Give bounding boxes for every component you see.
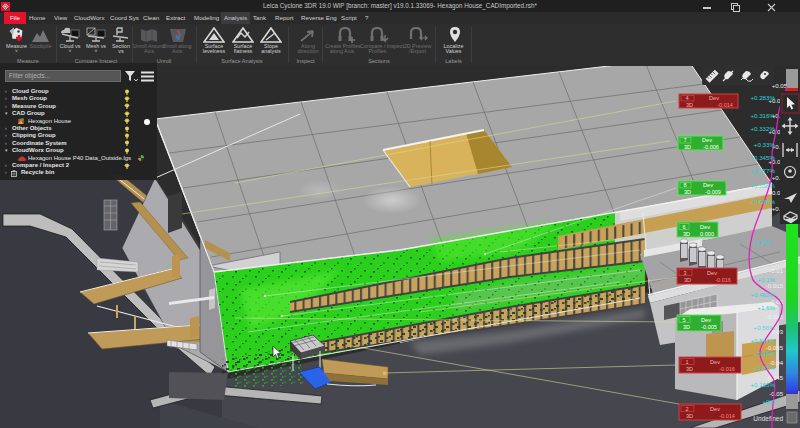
svg-text:+0.377%: +0.377% (750, 167, 775, 174)
svg-text:+0.345%: +0.345% (750, 154, 775, 161)
svg-text:+1.6%: +1.6% (757, 304, 775, 311)
svg-text:+0.618%: +0.618% (750, 198, 775, 205)
svg-text:+0.332%: +0.332% (750, 125, 775, 132)
svg-text:3D: 3D (683, 324, 690, 330)
svg-text:-0.01: -0.01 (769, 268, 783, 274)
svg-text:Dev: Dev (703, 182, 713, 188)
svg-text:3D: 3D (686, 413, 693, 419)
svg-text:Dev: Dev (710, 359, 720, 365)
svg-text:+0.536%: +0.536% (750, 182, 775, 189)
svg-text:3D: 3D (684, 144, 691, 150)
svg-text:3D: 3D (684, 189, 691, 195)
svg-text:+0.37%: +0.37% (754, 364, 776, 371)
svg-text:-0.006: -0.006 (703, 144, 719, 150)
svg-text:Dev: Dev (710, 406, 720, 412)
svg-text:5: 5 (682, 317, 685, 323)
svg-text:+0.46%: +0.46% (754, 350, 776, 357)
svg-text:+0.462%: +0.462% (750, 291, 775, 298)
svg-text:7: 7 (683, 137, 686, 143)
svg-text:3: 3 (683, 270, 686, 276)
svg-text:+0.33%: +0.33% (754, 141, 776, 148)
svg-text:-0.016: -0.016 (719, 366, 735, 372)
svg-text:1: 1 (685, 359, 688, 365)
svg-text:-0.015: -0.015 (766, 283, 784, 289)
svg-text:+0.316%: +0.316% (750, 112, 775, 119)
svg-text:Dev: Dev (702, 137, 712, 143)
svg-text:-0.05: -0.05 (769, 391, 783, 397)
svg-text:8: 8 (683, 182, 686, 188)
svg-text:+0.283%: +0.283% (750, 94, 775, 101)
svg-text:+0.56%: +0.56% (754, 324, 776, 331)
svg-text:+0.2%: +0.2% (753, 239, 771, 246)
svg-text:3D: 3D (683, 231, 690, 237)
svg-text:3D: 3D (686, 366, 693, 372)
svg-text:4: 4 (685, 95, 688, 101)
svg-text:+0.165%: +0.165% (750, 381, 775, 388)
svg-text:3D: 3D (686, 102, 693, 108)
svg-text:+0.1%: +0.1% (757, 276, 775, 283)
svg-text:+0.05: +0.05 (772, 83, 788, 89)
svg-text:Dev: Dev (700, 224, 710, 230)
svg-text:-0.016: -0.016 (715, 277, 731, 283)
svg-text:Undefined: Undefined (753, 415, 783, 422)
svg-text:-0.014: -0.014 (719, 413, 735, 419)
svg-text:-0.014: -0.014 (717, 102, 733, 108)
svg-text:Dev: Dev (709, 95, 719, 101)
svg-text:3D: 3D (684, 277, 691, 283)
svg-text:2: 2 (685, 406, 688, 412)
svg-text:-0.005: -0.005 (701, 324, 717, 330)
svg-text:6: 6 (682, 224, 685, 230)
svg-text:Dev: Dev (701, 317, 711, 323)
svg-text:0.000: 0.000 (700, 231, 714, 237)
svg-text:+0.547%: +0.547% (750, 337, 775, 344)
svg-text:+0%: +0% (762, 398, 775, 405)
svg-text:-0.009: -0.009 (705, 189, 721, 195)
svg-text:Dev: Dev (707, 270, 717, 276)
